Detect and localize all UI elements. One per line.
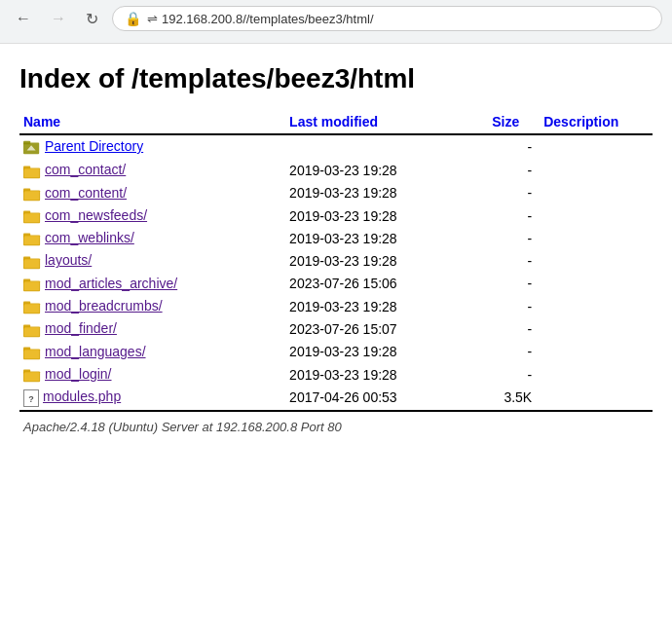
options-icon: ⇌ — [147, 12, 158, 26]
page-content: Index of /templates/beez3/html Name Last… — [0, 44, 672, 457]
folder-icon — [23, 299, 41, 314]
cell-size: - — [488, 363, 540, 386]
cell-name: layouts/ — [19, 249, 285, 272]
folder-link[interactable]: com_contact/ — [45, 162, 126, 177]
cell-name: ?modules.php — [19, 386, 285, 410]
svg-rect-17 — [24, 259, 39, 268]
folder-link[interactable]: mod_finder/ — [45, 320, 117, 336]
back-button[interactable]: ← — [10, 8, 37, 29]
cell-desc — [540, 227, 653, 249]
svg-rect-23 — [24, 305, 39, 314]
folder-icon — [23, 208, 41, 224]
cell-desc — [540, 317, 653, 340]
folder-icon — [23, 164, 41, 179]
cell-modified: 2019-03-23 19:28 — [285, 227, 488, 249]
folder-icon — [23, 367, 41, 383]
server-footer: Apache/2.4.18 (Ubuntu) Server at 192.168… — [19, 411, 653, 437]
table-row: layouts/2019-03-23 19:28- — [19, 249, 653, 272]
svg-rect-32 — [24, 373, 39, 382]
table-row: mod_breadcrumbs/2019-03-23 19:28- — [19, 295, 653, 317]
cell-name: com_weblinks/ — [19, 227, 285, 249]
folder-link[interactable]: com_newsfeeds/ — [45, 207, 147, 223]
cell-modified: 2019-03-23 19:28 — [285, 204, 488, 227]
cell-size: - — [488, 227, 540, 249]
parent-dir-icon — [23, 138, 41, 156]
svg-rect-11 — [24, 213, 39, 222]
cell-desc — [540, 204, 653, 227]
table-row: com_newsfeeds/2019-03-23 19:28- — [19, 204, 653, 227]
folder-link[interactable]: mod_login/ — [45, 366, 112, 382]
cell-size: - — [488, 134, 540, 159]
cell-desc — [540, 363, 653, 386]
file-icon: ? — [23, 389, 39, 407]
cell-modified: 2023-07-26 15:06 — [285, 273, 488, 295]
sort-desc-link[interactable]: Description — [543, 114, 618, 129]
sort-name-link[interactable]: Name — [23, 114, 60, 129]
parent-dir-link[interactable]: Parent Directory — [45, 138, 143, 154]
cell-size: 3.5K — [488, 386, 540, 410]
folder-icon — [23, 186, 41, 202]
svg-rect-20 — [24, 281, 39, 290]
folder-link[interactable]: com_weblinks/ — [45, 230, 134, 245]
cell-desc — [540, 341, 653, 363]
table-row: com_content/2019-03-23 19:28- — [19, 182, 653, 204]
folder-link[interactable]: mod_breadcrumbs/ — [45, 298, 163, 314]
cell-name: Parent Directory — [19, 134, 285, 159]
table-row: mod_articles_archive/2023-07-26 15:06- — [19, 273, 653, 295]
table-row: mod_finder/2023-07-26 15:07- — [19, 317, 653, 340]
cell-desc — [540, 249, 653, 272]
folder-link[interactable]: mod_languages/ — [45, 344, 146, 359]
table-row: ?modules.php2017-04-26 00:533.5K — [19, 386, 653, 410]
cell-modified: 2019-03-23 19:28 — [285, 159, 488, 181]
forward-button: → — [45, 8, 72, 29]
table-header-row: Name Last modified Size Description — [19, 110, 653, 134]
file-link[interactable]: modules.php — [43, 388, 121, 404]
cell-modified: 2019-03-23 19:28 — [285, 363, 488, 386]
cell-size: - — [488, 273, 540, 295]
folder-icon — [23, 254, 41, 270]
col-size-header: Size — [488, 110, 540, 134]
security-icon: 🔒 — [125, 11, 141, 26]
cell-size: - — [488, 295, 540, 317]
svg-rect-29 — [24, 350, 39, 358]
cell-name: mod_languages/ — [19, 341, 285, 363]
cell-size: - — [488, 159, 540, 181]
cell-modified: 2019-03-23 19:28 — [285, 295, 488, 317]
cell-name: mod_finder/ — [19, 317, 285, 340]
cell-desc — [540, 295, 653, 317]
folder-icon — [23, 322, 41, 338]
cell-desc — [540, 273, 653, 295]
reload-button[interactable]: ↻ — [80, 8, 104, 30]
table-row: com_contact/2019-03-23 19:28- — [19, 159, 653, 181]
cell-modified: 2023-07-26 15:07 — [285, 317, 488, 340]
folder-link[interactable]: mod_articles_archive/ — [45, 276, 177, 291]
browser-chrome: ← → ↻ 🔒 ⇌ 192.168.200.8//templates/beez3… — [0, 0, 672, 44]
cell-modified: 2019-03-23 19:28 — [285, 182, 488, 204]
cell-name: mod_articles_archive/ — [19, 273, 285, 295]
sort-size-link[interactable]: Size — [492, 114, 519, 129]
sort-modified-link[interactable]: Last modified — [289, 114, 378, 129]
address-bar[interactable]: 🔒 ⇌ 192.168.200.8//templates/beez3/html/ — [112, 6, 662, 31]
table-row: Parent Directory- — [19, 134, 653, 159]
folder-link[interactable]: com_content/ — [45, 185, 127, 201]
cell-desc — [540, 182, 653, 204]
directory-table: Name Last modified Size Description Pare — [19, 110, 653, 437]
svg-rect-26 — [24, 327, 39, 336]
folder-icon — [23, 345, 41, 360]
url-text: 192.168.200.8//templates/beez3/html/ — [162, 12, 374, 26]
cell-size: - — [488, 249, 540, 272]
cell-name: mod_login/ — [19, 363, 285, 386]
table-row: com_weblinks/2019-03-23 19:28- — [19, 227, 653, 249]
folder-icon — [23, 231, 41, 246]
cell-modified — [285, 134, 488, 159]
cell-desc — [540, 386, 653, 410]
cell-size: - — [488, 317, 540, 340]
folder-icon — [23, 277, 41, 292]
cell-desc — [540, 159, 653, 181]
svg-rect-8 — [24, 191, 39, 200]
cell-name: com_content/ — [19, 182, 285, 204]
svg-rect-5 — [24, 168, 39, 177]
svg-rect-14 — [24, 237, 39, 245]
page-title: Index of /templates/beez3/html — [19, 63, 653, 94]
folder-link[interactable]: layouts/ — [45, 252, 92, 268]
